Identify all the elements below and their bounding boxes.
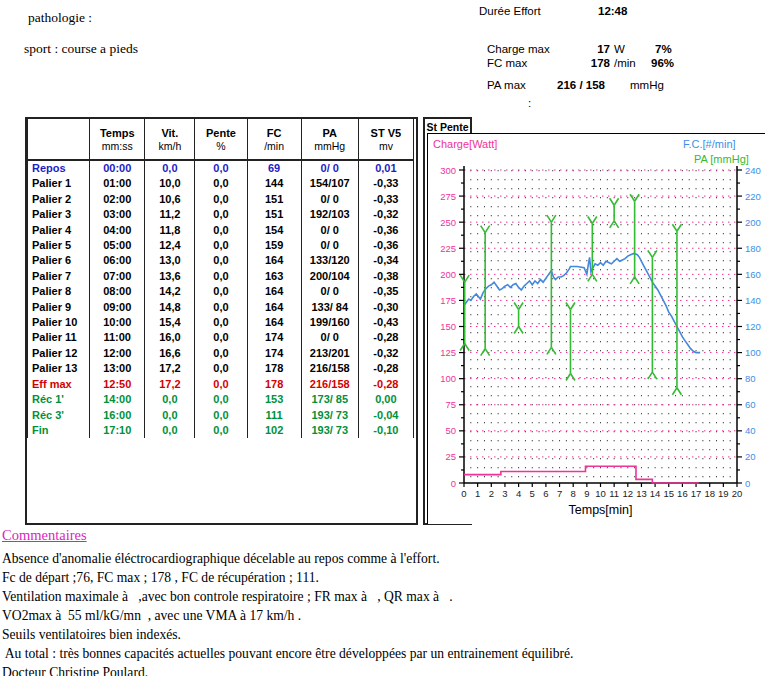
row-cell: 154 <box>247 223 301 238</box>
row-cell: -0,30 <box>358 300 413 315</box>
right-tick-label: 140 <box>745 295 761 306</box>
row-cell: 200/104 <box>301 269 358 284</box>
pa-marker-arm <box>481 226 486 233</box>
row-label: Palier 7 <box>28 269 90 284</box>
table-row: Palier 606:0013,00,0164133/120-0,34 <box>28 253 414 268</box>
row-label: Palier 5 <box>28 238 90 253</box>
row-cell: -0,38 <box>358 269 413 284</box>
x-tick-label: 8 <box>571 488 576 499</box>
row-cell: 213/201 <box>301 346 358 361</box>
row-cell: 13,6 <box>145 269 195 284</box>
row-cell: 14:00 <box>90 392 145 407</box>
row-cell: 07:00 <box>90 269 145 284</box>
row-cell: 111 <box>247 408 301 423</box>
right-tick-label: 120 <box>745 321 761 332</box>
row-cell: 0,0 <box>195 160 247 176</box>
col-header-unit: mm:ss <box>90 140 144 152</box>
col-header-unit: mv <box>359 140 413 152</box>
comment-line: Au total : très bonnes capacités actuell… <box>2 644 762 663</box>
col-header-unit: mmHg <box>302 140 358 152</box>
row-cell: 0,0 <box>195 346 247 361</box>
left-tick-label: 150 <box>440 321 456 332</box>
pa-marker-arm <box>610 221 615 228</box>
row-cell: 14,8 <box>145 300 195 315</box>
row-cell: 0,0 <box>195 315 247 330</box>
row-cell: 193/ 73 <box>301 423 358 438</box>
row-cell: 04:00 <box>90 223 145 238</box>
row-label: Réc 1' <box>28 392 90 407</box>
row-cell: 159 <box>247 238 301 253</box>
left-tick-label: 250 <box>440 217 456 228</box>
row-label: Palier 2 <box>28 192 90 207</box>
pa-marker-arm <box>672 388 677 395</box>
pa-marker-arm <box>588 274 593 281</box>
row-cell: 0,0 <box>195 223 247 238</box>
right-tick-label: 160 <box>745 269 761 280</box>
row-cell: 00:00 <box>90 160 145 176</box>
row-cell: -0,36 <box>358 223 413 238</box>
row-cell: 12:50 <box>90 377 145 392</box>
pa-marker-arm <box>635 194 640 201</box>
x-tick-label: 13 <box>636 488 647 499</box>
row-cell: 0,0 <box>195 253 247 268</box>
effort-chart: 0255075100125150175200225250275300020406… <box>428 134 765 523</box>
row-cell: 164 <box>247 284 301 299</box>
x-tick-label: 19 <box>718 488 729 499</box>
x-tick-label: 17 <box>691 488 702 499</box>
row-cell: -0,04 <box>358 408 413 423</box>
pa-marker-arm <box>514 303 519 310</box>
row-cell: 06:00 <box>90 253 145 268</box>
row-cell: 11,2 <box>145 207 195 222</box>
row-cell: 164 <box>247 253 301 268</box>
pa-marker-arm <box>547 347 552 354</box>
row-cell: 0/ 0 <box>301 160 358 176</box>
comment-line: Ventilation maximale à ,avec bon control… <box>2 587 762 606</box>
right-tick-label: 180 <box>745 243 761 254</box>
right-tick-label: 40 <box>745 425 756 436</box>
row-cell: 0,0 <box>195 300 247 315</box>
pa-max-unit: mmHg <box>630 79 664 91</box>
row-cell: 11:00 <box>90 330 145 345</box>
row-cell: 0,0 <box>195 361 247 376</box>
row-cell: 17:10 <box>90 423 145 438</box>
col-header <box>28 119 90 160</box>
row-cell: 0,0 <box>195 377 247 392</box>
x-tick-label: 5 <box>530 488 535 499</box>
charge-max-value: 17 <box>578 43 610 55</box>
comment-line: VO2max à 55 ml/kG/mn , avec une VMA à 17… <box>2 606 762 625</box>
col-header: ST V5mv <box>358 119 413 160</box>
pa-marker-arm <box>648 250 653 257</box>
row-cell: 0,01 <box>358 160 413 176</box>
row-cell: 0,0 <box>195 192 247 207</box>
left-tick-label: 200 <box>440 269 456 280</box>
right-tick-label: 220 <box>745 191 761 202</box>
row-cell: 164 <box>247 300 301 315</box>
st-pente-header: St Pente <box>425 121 470 133</box>
row-label: Palier 10 <box>28 315 90 330</box>
pa-max-label: PA max <box>487 79 526 91</box>
pa-marker-arm <box>570 303 575 310</box>
x-tick-label: 2 <box>489 488 494 499</box>
left-tick-label: 125 <box>440 347 456 358</box>
row-cell: -0,32 <box>358 207 413 222</box>
pa-marker-arm <box>635 277 640 284</box>
col-header: PAmmHg <box>301 119 358 160</box>
row-cell: 0,00 <box>358 392 413 407</box>
x-tick-label: 7 <box>557 488 562 499</box>
row-cell: 151 <box>247 207 301 222</box>
row-cell: 0,0 <box>195 207 247 222</box>
row-label: Fin <box>28 423 90 438</box>
row-cell: -0,34 <box>358 253 413 268</box>
row-cell: 154/107 <box>301 176 358 191</box>
row-cell: -0,10 <box>358 423 413 438</box>
row-cell: -0,35 <box>358 284 413 299</box>
row-cell: 13:00 <box>90 361 145 376</box>
pa-max-value: 216 / 158 <box>557 79 605 91</box>
row-cell: 164 <box>247 315 301 330</box>
row-cell: 13,0 <box>145 253 195 268</box>
row-cell: 216/158 <box>301 361 358 376</box>
pa-marker-arm <box>547 215 552 222</box>
right-tick-label: 80 <box>745 373 756 384</box>
effort-test-report: { "header": { "pathologie": "pathologie … <box>0 0 765 676</box>
row-cell: -0,32 <box>358 346 413 361</box>
